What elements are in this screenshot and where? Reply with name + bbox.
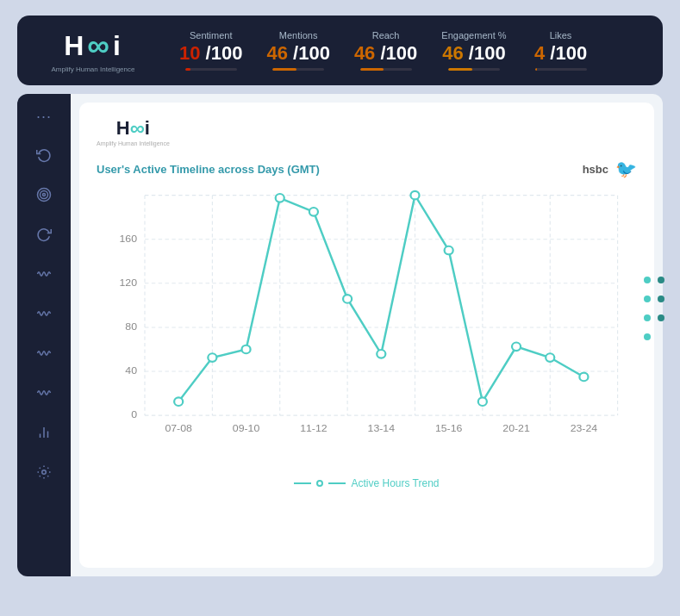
data-point — [276, 194, 284, 202]
metric-bar-fill-2 — [360, 68, 384, 71]
logo-h: H — [64, 30, 85, 62]
chart-container: 0 40 80 120 160 07-08 09-10 11-12 13-14 … — [97, 186, 637, 470]
metric-bar-fill-0 — [185, 68, 190, 71]
metric-item-0: Sentiment 10 /100 — [179, 30, 242, 71]
metric-bar-fill-4 — [535, 68, 537, 71]
metric-current-4: 4 — [534, 42, 545, 64]
svg-text:120: 120 — [119, 277, 137, 289]
legend-line-2 — [328, 482, 346, 484]
content-panel: H ∞ i Amplify Human Intelligence User's … — [71, 94, 663, 576]
dot-teal-3 — [644, 314, 651, 321]
metric-value-3: 46 /100 — [442, 42, 505, 65]
dot-teal-1 — [644, 277, 651, 283]
content-inner: H ∞ i Amplify Human Intelligence User's … — [79, 103, 654, 568]
svg-text:07-08: 07-08 — [165, 423, 192, 435]
content-logo: H ∞ i Amplify Human Intelligence — [97, 116, 170, 146]
data-point — [309, 208, 318, 216]
content-logo-row: H ∞ i Amplify Human Intelligence — [97, 116, 637, 146]
metric-value-4: 4 /100 — [534, 42, 587, 65]
data-point — [174, 397, 183, 406]
sidebar-icon-settings[interactable] — [28, 457, 59, 488]
metric-item-4: Likes 4 /100 — [531, 30, 591, 71]
metric-total-3: /100 — [469, 42, 506, 64]
sidebar-icon-barchart[interactable] — [28, 417, 59, 448]
content-logo-tagline: Amplify Human Intelligence — [97, 140, 170, 146]
chart-title: User's Active Timeline across Days (GMT) — [97, 163, 320, 176]
metric-bar-1 — [272, 68, 324, 71]
logo-text: H ∞ i — [64, 28, 122, 64]
data-point — [410, 191, 419, 200]
metric-total-2: /100 — [380, 42, 417, 64]
metric-value-1: 46 /100 — [266, 42, 329, 65]
dot-row-4 — [644, 333, 664, 340]
metric-current-0: 10 — [179, 42, 200, 64]
metric-current-2: 46 — [354, 42, 375, 64]
legend-dot-icon — [316, 480, 323, 487]
dot-teal-2 — [644, 296, 651, 302]
data-point — [579, 373, 588, 382]
metric-value-2: 46 /100 — [354, 42, 417, 65]
metric-label-3: Engagement % — [441, 30, 506, 40]
chart-line — [178, 196, 583, 402]
svg-point-6 — [42, 470, 47, 475]
dot-dark-1 — [658, 277, 664, 283]
metric-bar-fill-3 — [448, 68, 472, 71]
svg-point-2 — [43, 194, 46, 196]
metric-total-1: /100 — [293, 42, 330, 64]
sidebar-icon-target[interactable] — [28, 179, 59, 210]
dot-teal-4 — [644, 333, 651, 340]
sidebar-icon-wave3[interactable] — [28, 338, 59, 369]
sidebar-icon-wave2[interactable] — [28, 298, 59, 329]
twitter-icon: 🐦 — [615, 159, 637, 179]
metric-label-0: Sentiment — [190, 30, 233, 40]
metric-label-1: Mentions — [279, 30, 318, 40]
metric-item-1: Mentions 46 /100 — [266, 30, 329, 71]
svg-text:11-12: 11-12 — [300, 423, 328, 435]
chart-legend: Active Hours Trend — [97, 477, 637, 489]
data-point — [343, 295, 352, 303]
header-logo: H ∞ i Amplify Human Intelligence — [41, 28, 145, 73]
svg-text:09-10: 09-10 — [233, 423, 260, 435]
sidebar-icon-wave1[interactable] — [28, 258, 59, 289]
svg-point-1 — [41, 191, 48, 199]
svg-text:13-14: 13-14 — [368, 423, 396, 435]
svg-text:40: 40 — [125, 365, 137, 377]
sidebar-icon-refresh[interactable] — [28, 219, 59, 250]
metric-bar-2 — [360, 68, 412, 71]
dot-dark-2 — [658, 296, 664, 302]
data-point — [512, 343, 521, 352]
sidebar-dots: ··· — [36, 108, 52, 126]
svg-text:20-21: 20-21 — [502, 423, 530, 435]
sidebar-icon-history[interactable] — [28, 140, 59, 171]
data-point — [546, 353, 554, 362]
content-logo-infinity-icon: ∞ — [130, 116, 145, 140]
metric-bar-4 — [535, 68, 587, 71]
svg-text:0: 0 — [131, 409, 137, 421]
logo-tagline: Amplify Human Intelligence — [52, 65, 135, 73]
sidebar-icon-wave4[interactable] — [28, 377, 59, 408]
chart-handle: hsbc — [583, 163, 608, 176]
content-logo-i: i — [145, 117, 150, 140]
data-point — [242, 345, 251, 354]
metric-item-2: Reach 46 /100 — [354, 30, 417, 71]
sidebar: ··· — [17, 94, 71, 576]
main-layout: ··· — [17, 94, 663, 576]
chart-svg: 0 40 80 120 160 07-08 09-10 11-12 13-14 … — [97, 186, 637, 470]
metric-bar-fill-1 — [272, 68, 296, 71]
logo-i: i — [113, 30, 122, 62]
legend-line — [294, 482, 311, 484]
right-dots-decoration — [644, 277, 664, 340]
top-header: H ∞ i Amplify Human Intelligence Sentime… — [17, 16, 663, 85]
metric-total-4: /100 — [550, 42, 587, 64]
logo-infinity-icon: ∞ — [87, 28, 111, 64]
content-logo-h: H — [116, 117, 130, 140]
svg-text:160: 160 — [119, 233, 137, 245]
metric-item-3: Engagement % 46 /100 — [441, 30, 506, 71]
metric-label-4: Likes — [550, 30, 572, 40]
data-point — [445, 246, 453, 255]
svg-text:80: 80 — [125, 320, 137, 333]
dot-row-1 — [644, 277, 664, 283]
metric-current-1: 46 — [266, 42, 287, 64]
metric-total-0: /100 — [206, 42, 243, 64]
data-point — [208, 353, 216, 362]
